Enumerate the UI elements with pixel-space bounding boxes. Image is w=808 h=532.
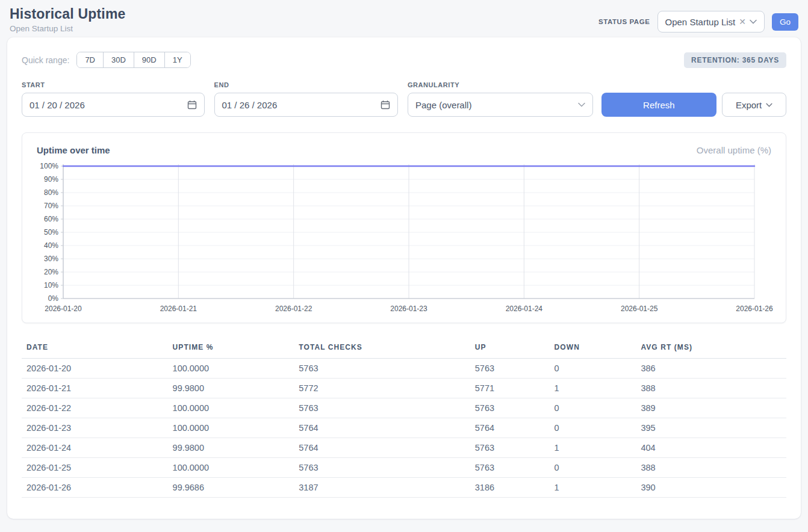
page-subtitle: Open Startup List <box>10 24 126 33</box>
table-row: 2026-01-22100.0000576357630389 <box>22 398 786 418</box>
table-cell: 395 <box>636 418 786 438</box>
clear-icon[interactable]: ✕ <box>739 17 746 26</box>
quick-range-7d-button[interactable]: 7D <box>77 52 103 67</box>
daily-uptime-table: DATE UPTIME % TOTAL CHECKS UP DOWN AVG R… <box>22 338 786 498</box>
end-date-value: 01 / 26 / 2026 <box>222 100 278 110</box>
quick-range-row: Quick range: 7D 30D 90D 1Y RETENTION: 36… <box>22 52 786 68</box>
table-cell: 2026-01-25 <box>22 458 168 478</box>
table-header-row: DATE UPTIME % TOTAL CHECKS UP DOWN AVG R… <box>22 338 786 359</box>
chevron-down-icon <box>750 19 757 24</box>
table-cell: 2026-01-21 <box>22 379 168 398</box>
col-header-uptime: UPTIME % <box>168 338 294 359</box>
table-cell: 390 <box>636 478 786 498</box>
svg-text:30%: 30% <box>44 255 58 263</box>
table-cell: 5763 <box>294 398 470 418</box>
svg-text:20%: 20% <box>44 268 58 276</box>
status-page-select[interactable]: Open Startup List ✕ <box>657 11 765 32</box>
refresh-button[interactable]: Refresh <box>601 93 717 117</box>
export-button[interactable]: Export <box>722 93 786 117</box>
table-cell: 99.9686 <box>168 478 294 498</box>
svg-text:70%: 70% <box>44 202 58 210</box>
table-row: 2026-01-25100.0000576357630388 <box>22 458 786 478</box>
table-cell: 389 <box>636 398 786 418</box>
table-row: 2026-01-20100.0000576357630386 <box>22 359 786 379</box>
table-cell: 3186 <box>470 478 550 498</box>
table-cell: 2026-01-26 <box>22 478 168 498</box>
chevron-down-icon <box>766 103 772 107</box>
col-header-date: DATE <box>22 338 168 359</box>
table-cell: 1 <box>550 438 636 458</box>
calendar-icon[interactable] <box>381 100 390 110</box>
table-row: 2026-01-23100.0000576457640395 <box>22 418 786 438</box>
svg-text:2026-01-25: 2026-01-25 <box>621 305 658 313</box>
table-cell: 99.9800 <box>168 438 294 458</box>
table-cell: 5764 <box>294 438 470 458</box>
svg-text:10%: 10% <box>44 281 58 289</box>
svg-text:80%: 80% <box>44 188 58 197</box>
table-cell: 5764 <box>470 418 550 438</box>
col-header-avg-rt: AVG RT (MS) <box>636 338 786 359</box>
svg-text:2026-01-23: 2026-01-23 <box>390 305 427 313</box>
go-button[interactable]: Go <box>772 13 798 31</box>
table-cell: 0 <box>550 359 636 379</box>
table-cell: 0 <box>550 418 636 438</box>
quick-range-90d-button[interactable]: 90D <box>134 52 164 67</box>
table-cell: 3187 <box>294 478 470 498</box>
table-cell: 5763 <box>294 458 470 478</box>
table-cell: 388 <box>636 458 786 478</box>
title-block: Historical Uptime Open Startup List <box>10 6 126 33</box>
svg-text:100%: 100% <box>40 162 58 170</box>
table-cell: 2026-01-23 <box>22 418 168 438</box>
table-row: 2026-01-2699.9686318731861390 <box>22 478 786 498</box>
svg-text:2026-01-21: 2026-01-21 <box>160 305 197 313</box>
table-cell: 404 <box>636 438 786 458</box>
status-page-label: STATUS PAGE <box>598 18 650 25</box>
quick-range-group: 7D 30D 90D 1Y <box>76 52 190 68</box>
table-cell: 5763 <box>470 458 550 478</box>
table-cell: 100.0000 <box>168 458 294 478</box>
table-cell: 5763 <box>294 359 470 379</box>
table-cell: 1 <box>550 478 636 498</box>
table-cell: 1 <box>550 379 636 398</box>
table-cell: 5764 <box>294 418 470 438</box>
table-cell: 5771 <box>470 379 550 398</box>
uptime-line-chart: 0%10%20%30%40%50%60%70%80%90%100%2026-01… <box>37 160 778 314</box>
quick-range-30d-button[interactable]: 30D <box>103 52 134 67</box>
granularity-select[interactable]: Page (overall) <box>408 93 593 117</box>
table-cell: 388 <box>636 379 786 398</box>
chart-legend: Overall uptime (%) <box>697 145 771 155</box>
table-cell: 0 <box>550 398 636 418</box>
table-cell: 5763 <box>470 398 550 418</box>
table-cell: 5763 <box>470 359 550 379</box>
retention-badge: RETENTION: 365 DAYS <box>684 52 786 68</box>
page-header: Historical Uptime Open Startup List STAT… <box>0 0 808 37</box>
start-date-input[interactable]: 01 / 20 / 2026 <box>22 93 205 117</box>
table-cell: 5763 <box>470 438 550 458</box>
quick-range-1y-button[interactable]: 1Y <box>164 52 190 67</box>
svg-text:40%: 40% <box>44 241 58 250</box>
svg-text:50%: 50% <box>44 228 58 237</box>
table-cell: 5772 <box>294 379 470 398</box>
svg-text:0%: 0% <box>48 294 59 303</box>
table-row: 2026-01-2499.9800576457631404 <box>22 438 786 458</box>
table-cell: 100.0000 <box>168 418 294 438</box>
table-cell: 386 <box>636 359 786 379</box>
main-panel: Quick range: 7D 30D 90D 1Y RETENTION: 36… <box>7 37 801 519</box>
col-header-down: DOWN <box>550 338 636 359</box>
status-page-select-value: Open Startup List <box>665 17 736 27</box>
table-cell: 2026-01-22 <box>22 398 168 418</box>
table-cell: 100.0000 <box>168 359 294 379</box>
export-button-label: Export <box>736 100 762 110</box>
col-header-total-checks: TOTAL CHECKS <box>294 338 470 359</box>
table-cell: 2026-01-24 <box>22 438 168 458</box>
svg-text:90%: 90% <box>44 175 58 184</box>
table-cell: 99.9800 <box>168 379 294 398</box>
svg-text:2026-01-22: 2026-01-22 <box>275 305 312 313</box>
end-date-input[interactable]: 01 / 26 / 2026 <box>214 93 399 117</box>
chart-title: Uptime over time <box>37 145 110 155</box>
chevron-down-icon <box>578 102 585 107</box>
col-header-up: UP <box>470 338 550 359</box>
calendar-icon[interactable] <box>187 100 197 110</box>
table-cell: 0 <box>550 458 636 478</box>
granularity-label: GRANULARITY <box>408 81 593 88</box>
